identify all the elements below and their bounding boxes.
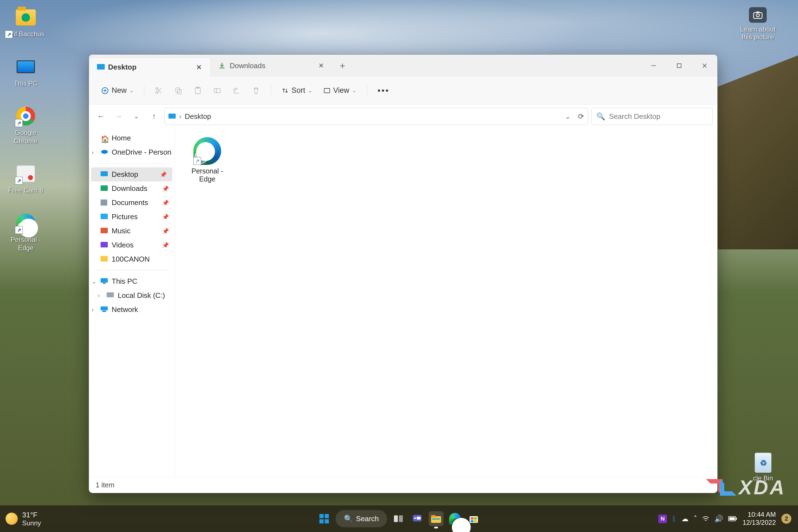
delete-button[interactable]	[247, 84, 265, 97]
pin-icon[interactable]: 📌	[162, 228, 169, 234]
sidebar-local-disk[interactable]: › Local Disk (C:)	[89, 288, 174, 303]
chevron-right-icon[interactable]: ›	[98, 292, 100, 299]
pin-icon[interactable]: 📌	[160, 171, 167, 178]
pin-icon[interactable]: 📌	[162, 185, 169, 192]
sidebar-onedrive[interactable]: › OneDrive - Persona	[89, 145, 174, 159]
back-button[interactable]: ←	[93, 109, 108, 124]
close-tab-button[interactable]: ✕	[193, 62, 205, 73]
chevron-right-icon[interactable]: ›	[92, 306, 94, 313]
rename-button[interactable]	[209, 84, 226, 97]
rename-icon	[213, 87, 222, 95]
address-dropdown-button[interactable]: ⌄	[565, 112, 571, 121]
sort-label: Sort	[291, 86, 305, 95]
sidebar-documents[interactable]: Documents 📌	[89, 196, 174, 210]
task-view-button[interactable]	[391, 511, 406, 526]
tray-onedrive-icon[interactable]: ☁	[681, 515, 688, 523]
svg-rect-24	[100, 278, 108, 283]
sidebar-pictures[interactable]: Pictures 📌	[89, 210, 174, 224]
downloads-tab-icon	[218, 62, 226, 69]
chevron-down-icon[interactable]: ⌄	[92, 278, 96, 285]
sidebar-desktop[interactable]: Desktop 📌	[91, 167, 172, 182]
up-button[interactable]: ↑	[147, 109, 162, 124]
tab-downloads[interactable]: Downloads ✕	[211, 55, 333, 77]
cut-button[interactable]	[150, 84, 168, 97]
sidebar-label: Music	[112, 227, 131, 235]
chat-button[interactable]	[410, 511, 425, 526]
new-tab-button[interactable]: ＋	[333, 55, 352, 77]
new-button[interactable]: New ⌄	[97, 83, 138, 97]
search-box[interactable]: 🔍	[591, 108, 713, 125]
tab-desktop[interactable]: Desktop ✕	[89, 57, 211, 77]
weather-icon	[5, 513, 18, 525]
tray-volume-icon[interactable]: 🔊	[714, 515, 723, 523]
sidebar-network[interactable]: › Network	[89, 303, 174, 317]
sidebar-label: Videos	[112, 241, 134, 249]
pin-icon[interactable]: 📌	[162, 242, 169, 249]
recent-locations-button[interactable]: ⌄	[129, 109, 144, 124]
spotlight-widget[interactable]: Learn about this picture	[734, 7, 781, 41]
music-icon	[100, 228, 108, 234]
tray-bluetooth-icon[interactable]: ᛒ	[672, 515, 676, 523]
desktop-icon-this-pc[interactable]: This PC	[5, 56, 46, 88]
taskbar-center: 🔍 Search	[317, 510, 481, 527]
start-button[interactable]	[317, 511, 332, 526]
sidebar-downloads[interactable]: Downloads 📌	[89, 182, 174, 196]
svg-rect-25	[103, 283, 106, 284]
tray-onenote-icon[interactable]: N	[658, 515, 667, 523]
taskbar-search[interactable]: 🔍 Search	[336, 510, 387, 527]
sidebar-this-pc[interactable]: ⌄ This PC	[89, 274, 174, 288]
more-button[interactable]: •••	[373, 83, 394, 98]
forward-button[interactable]: →	[111, 109, 126, 124]
file-list[interactable]: ↗ Personal - Edge	[175, 128, 717, 477]
share-icon	[232, 87, 241, 95]
sort-button[interactable]: Sort ⌄	[277, 83, 317, 97]
desktop-icon-freecam[interactable]: ↗ Free Cam 8	[5, 163, 46, 194]
file-name: Personal - Edge	[184, 167, 231, 183]
explorer-taskbar-button[interactable]	[429, 511, 443, 526]
close-window-button[interactable]	[692, 55, 717, 77]
shortcut-arrow-icon: ↗	[15, 119, 23, 127]
taskbar-widgets[interactable]: 31°F Sunny	[0, 511, 41, 527]
sort-icon	[282, 87, 289, 94]
home-icon: 🏠	[100, 135, 108, 141]
tab-label: Desktop	[108, 63, 137, 72]
sidebar-home[interactable]: 🏠 Home	[89, 131, 174, 145]
pin-icon[interactable]: 📌	[162, 214, 169, 220]
sidebar-label: Network	[112, 305, 138, 314]
sidebar-music[interactable]: Music 📌	[89, 224, 174, 238]
desktop-icon-chrome[interactable]: ↗ Google Chrome	[5, 105, 46, 145]
store-taskbar-button[interactable]	[466, 511, 481, 526]
sidebar-label: Downloads	[112, 184, 147, 193]
desktop-icon-user-folder[interactable]: ↗ Arif Bacchus	[5, 7, 46, 38]
share-button[interactable]	[228, 84, 245, 97]
maximize-button[interactable]	[666, 55, 692, 77]
svg-rect-30	[325, 514, 329, 518]
notification-badge[interactable]: 2	[781, 514, 791, 524]
refresh-button[interactable]: ⟳	[578, 112, 584, 121]
address-bar[interactable]: › Desktop ⌄ ⟳	[164, 108, 588, 125]
pin-icon[interactable]: 📌	[162, 200, 169, 206]
taskbar-clock[interactable]: 10:44 AM 12/13/2022	[743, 511, 776, 527]
search-input[interactable]	[609, 112, 708, 121]
svg-rect-32	[325, 519, 329, 524]
file-item-personal-edge[interactable]: ↗ Personal - Edge	[181, 134, 233, 186]
svg-rect-22	[100, 242, 108, 247]
paste-button[interactable]	[189, 84, 206, 97]
tray-wifi-icon[interactable]	[702, 516, 709, 522]
view-button[interactable]: View ⌄	[319, 83, 361, 97]
desktop-icon-edge-personal[interactable]: ↗ Personal - Edge	[5, 212, 46, 252]
tray-chevron-up-icon[interactable]: ˄	[694, 515, 697, 523]
svg-rect-29	[320, 514, 324, 518]
sidebar-100canon[interactable]: 100CANON	[89, 252, 174, 266]
plus-circle-icon	[101, 87, 109, 94]
close-tab-button[interactable]: ✕	[316, 60, 327, 71]
copy-icon	[174, 87, 183, 95]
edge-taskbar-button[interactable]	[448, 511, 462, 526]
minimize-button[interactable]	[641, 55, 666, 77]
breadcrumb-location[interactable]: Desktop	[185, 112, 211, 121]
tray-battery-icon[interactable]	[728, 516, 737, 521]
copy-button[interactable]	[170, 84, 187, 97]
chevron-right-icon[interactable]: ›	[92, 149, 94, 155]
sidebar-videos[interactable]: Videos 📌	[89, 238, 174, 252]
svg-point-36	[414, 517, 416, 519]
